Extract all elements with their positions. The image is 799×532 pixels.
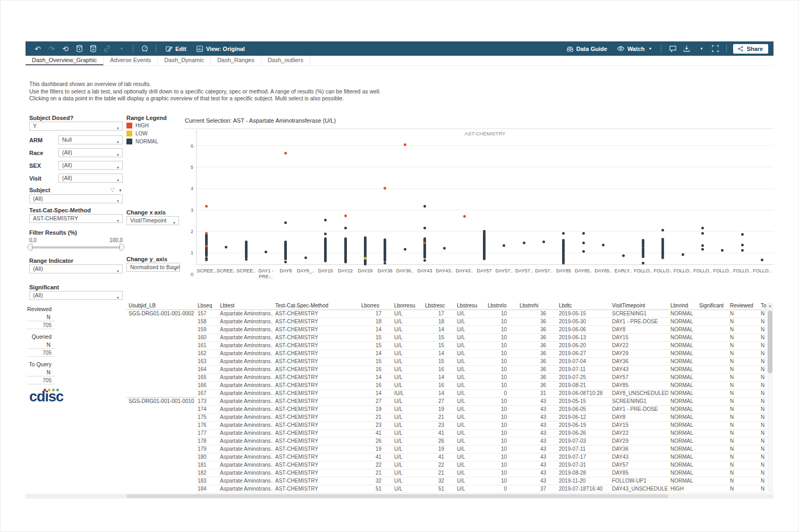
column-header-lborres[interactable]: Lborres (359, 302, 392, 310)
legend-item-normal[interactable]: NORMAL (126, 139, 158, 144)
table-cell[interactable]: 2019-07-04 (557, 357, 610, 365)
table-cell[interactable]: N (759, 485, 767, 493)
table-cell[interactable]: 36 (517, 310, 557, 318)
table-cell[interactable]: NORMAL (668, 389, 697, 397)
table-cell[interactable]: 41 (359, 453, 392, 461)
table-cell[interactable]: NORMAL (668, 461, 697, 469)
table-cell[interactable]: 17 (359, 310, 392, 318)
table-cell[interactable]: 43 (517, 397, 557, 405)
x-axis-label[interactable]: DAY15 (316, 268, 336, 274)
table-cell[interactable]: NORMAL (668, 405, 697, 413)
x-axis-label[interactable]: SCREE.. (216, 268, 236, 274)
table-row[interactable]: 158Aspartate Aminotrans..AST-CHEMISTRY18… (126, 318, 767, 325)
x-axis-label[interactable]: SCREE.. (197, 268, 217, 274)
table-cell[interactable]: 18 (359, 318, 392, 325)
table-cell[interactable]: 21 (423, 413, 455, 421)
table-cell[interactable] (697, 381, 728, 389)
table-row[interactable]: 175Aspartate Aminotrans..AST-CHEMISTRY21… (126, 413, 767, 421)
table-cell[interactable]: 10 (486, 461, 517, 469)
table-cell[interactable]: N (728, 445, 759, 453)
change-x-axis-dropdown[interactable]: Visit/Timepoint▼ (126, 216, 179, 225)
table-cell[interactable]: AST-CHEMISTRY (273, 421, 359, 429)
table-cell[interactable]: AST-CHEMISTRY (273, 485, 359, 493)
data-point[interactable] (423, 237, 426, 240)
table-cell[interactable]: 2019-06-08T10:28 (557, 389, 610, 397)
table-cell[interactable] (697, 405, 728, 413)
data-point[interactable] (582, 250, 585, 253)
table-cell[interactable]: NORMAL (668, 445, 697, 453)
table-cell[interactable]: 2019-11-20 (557, 477, 610, 485)
table-cell[interactable]: AST-CHEMISTRY (273, 461, 359, 469)
table-cell[interactable]: 14 (359, 349, 392, 357)
table-cell[interactable]: DAY29 (610, 349, 668, 357)
table-cell[interactable] (697, 429, 728, 437)
table-cell[interactable]: 181 (196, 461, 218, 469)
tab-dash-dynamic[interactable]: Dash_Dynamic (158, 56, 211, 65)
data-point[interactable] (701, 227, 704, 229)
range-indicator-dropdown[interactable]: (All)▼ (29, 264, 123, 273)
table-cell[interactable]: 177 (196, 429, 218, 437)
table-cell[interactable] (697, 310, 728, 318)
table-cell[interactable]: Aspartate Aminotrans.. (218, 389, 273, 397)
data-point[interactable] (384, 262, 386, 264)
table-cell[interactable]: Aspartate Aminotrans.. (218, 461, 273, 469)
table-cell[interactable]: N (759, 437, 767, 445)
data-point[interactable] (443, 247, 446, 250)
table-cell[interactable]: 2019-06-20 (557, 341, 610, 349)
table-cell[interactable]: 165 (196, 373, 218, 381)
table-cell[interactable]: 26 (359, 437, 392, 445)
horizontal-scroll-thumb[interactable] (126, 494, 668, 498)
data-point[interactable] (404, 143, 406, 146)
table-cell[interactable]: N (759, 445, 767, 453)
table-cell[interactable]: 36 (517, 349, 557, 357)
table-cell[interactable]: 10 (486, 333, 517, 341)
x-axis-label[interactable]: FOLLO.. (752, 268, 772, 274)
table-cell[interactable]: 179 (196, 445, 218, 453)
table-cell[interactable]: 43 (517, 405, 557, 413)
table-cell[interactable]: Aspartate Aminotrans.. (218, 437, 273, 445)
table-cell[interactable]: DAY43 (610, 365, 668, 373)
table-cell[interactable]: N (759, 325, 767, 333)
table-cell[interactable]: N (759, 310, 767, 318)
table-cell[interactable]: 15 (423, 357, 455, 365)
table-cell[interactable]: FOLLOW-UP1 (610, 477, 668, 485)
table-cell[interactable]: 2019-06-27 (557, 349, 610, 357)
table-cell[interactable]: 180 (196, 453, 218, 461)
table-cell[interactable]: 27 (423, 397, 455, 405)
table-cell[interactable]: U/L (392, 310, 423, 318)
table-cell[interactable]: U/L (455, 469, 486, 477)
data-point[interactable] (205, 205, 208, 208)
caret-down-icon[interactable]: ▼ (118, 188, 122, 192)
data-guide-button[interactable]: Data Guide (566, 45, 607, 53)
table-cell[interactable] (697, 461, 728, 469)
table-cell[interactable]: SCREENING1 (610, 310, 668, 318)
table-cell[interactable]: 37 (517, 485, 557, 493)
table-row[interactable]: 183Aspartate Aminotrans..AST-CHEMISTRY32… (126, 477, 767, 485)
table-row[interactable]: SGS-DRG01-001-001-0010173Aspartate Amino… (126, 397, 767, 405)
data-point[interactable] (423, 259, 426, 262)
table-cell[interactable]: U/L (392, 437, 423, 445)
column-header-lbstresc[interactable]: Lbstresc (423, 302, 455, 310)
table-cell[interactable]: AST-CHEMISTRY (273, 318, 359, 325)
table-cell[interactable]: HIGH (668, 485, 697, 493)
table-cell[interactable]: 21 (359, 413, 392, 421)
metrics-icon[interactable] (138, 44, 151, 54)
table-cell[interactable]: DAY57 (610, 461, 668, 469)
table-cell[interactable]: NORMAL (668, 397, 697, 405)
race-dropdown[interactable]: (All)▼ (58, 148, 123, 157)
table-cell[interactable]: 2019-08-28 (557, 469, 610, 477)
table-cell[interactable]: U/L (455, 325, 486, 333)
table-cell[interactable]: 22 (359, 461, 392, 469)
table-cell[interactable]: NORMAL (668, 310, 697, 318)
data-point[interactable] (324, 233, 327, 235)
caret-down-icon[interactable]: ▼ (694, 44, 708, 54)
table-row[interactable]: 177Aspartate Aminotrans..AST-CHEMISTRY41… (126, 429, 767, 437)
tab-dash-ranges[interactable]: Dash_Ranges (211, 56, 261, 65)
data-point[interactable] (741, 244, 744, 246)
subject-dosed-dropdown[interactable]: Y▼ (29, 122, 123, 131)
table-cell[interactable]: N (728, 437, 759, 445)
table-cell[interactable]: AST-CHEMISTRY (273, 341, 359, 349)
table-cell[interactable]: 41 (423, 429, 455, 437)
table-cell[interactable]: Aspartate Aminotrans.. (218, 318, 273, 325)
table-cell[interactable]: DAY15 (610, 333, 668, 341)
